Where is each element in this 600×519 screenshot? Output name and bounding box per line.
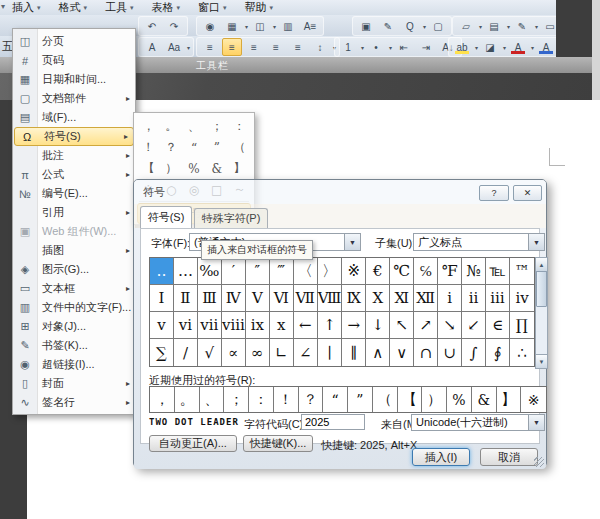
symbol-cell[interactable]: ⅶ bbox=[198, 312, 222, 339]
symbol-cell[interactable]: ← bbox=[294, 312, 318, 339]
chevron-down-icon[interactable]: ▾ bbox=[475, 44, 478, 51]
shortcut-key-button[interactable]: 快捷键(K)... bbox=[243, 435, 313, 452]
recent-symbol-cell[interactable]: ！ bbox=[137, 137, 160, 158]
recent-symbol-cell[interactable]: 、 bbox=[183, 116, 206, 137]
symbol-cell[interactable]: ↘ bbox=[438, 312, 462, 339]
symbol-cell[interactable]: Ⅷ bbox=[318, 285, 343, 312]
tab-symbols[interactable]: 符号(S) bbox=[140, 206, 192, 228]
help-button[interactable]: ? bbox=[479, 185, 509, 201]
recent-symbol-cell[interactable]: ） bbox=[422, 387, 447, 412]
chevron-down-icon[interactable]: ▾ bbox=[503, 44, 506, 51]
recent-symbol-cell[interactable]: ？ bbox=[160, 137, 183, 158]
redo-icon[interactable]: ↷ bbox=[164, 17, 184, 35]
recent-symbol-cell[interactable]: ？ bbox=[299, 387, 324, 412]
insert-menu-item-numbering[interactable]: №编号(E)... bbox=[13, 184, 135, 203]
symbol-cell[interactable]: ⅹ bbox=[270, 312, 294, 339]
insert-menu-item-hyperlink[interactable]: ◉超链接(I)... bbox=[13, 355, 135, 374]
recent-symbol-cell[interactable]: % bbox=[183, 158, 206, 179]
insert-menu-item-page-number[interactable]: #页码 bbox=[13, 51, 135, 70]
decrease-indent-icon[interactable]: ⇤ bbox=[394, 38, 414, 56]
insert-menu-item-cover-page[interactable]: ▯封面▸ bbox=[13, 374, 135, 393]
symbol-cell[interactable]: ∧ bbox=[366, 339, 390, 366]
picture-icon[interactable]: ▣ bbox=[356, 17, 376, 35]
insert-menu-item-symbol[interactable]: Ω符号(S)▸ bbox=[14, 127, 134, 146]
scroll-down-icon[interactable]: ▼ bbox=[536, 354, 547, 368]
autocorrect-button[interactable]: 自动更正(A)... bbox=[149, 435, 237, 452]
symbol-cell[interactable]: ∝ bbox=[222, 339, 246, 366]
symbol-cell[interactable]: ↖ bbox=[390, 312, 414, 339]
recent-symbol-cell[interactable]: ， bbox=[137, 116, 160, 137]
insert-menu-item-illustrations[interactable]: 插图▸ bbox=[13, 241, 135, 260]
highlight-icon[interactable]: ab bbox=[452, 38, 472, 56]
insert-menu-item-diagram[interactable]: ◈图示(G)... bbox=[13, 260, 135, 279]
symbol-cell[interactable]: ↓ bbox=[366, 312, 390, 339]
symbol-cell[interactable]: ∨ bbox=[390, 339, 414, 366]
recent-symbol-cell[interactable]: “ bbox=[323, 387, 348, 412]
symbol-cell[interactable]: ∣ bbox=[318, 339, 343, 366]
symbol-cell[interactable]: Ⅰ bbox=[150, 285, 174, 312]
scrollbar[interactable]: ▲ ▼ bbox=[535, 257, 548, 369]
symbol-cell[interactable]: ⅰ bbox=[438, 285, 462, 312]
chevron-down-icon[interactable]: ▾ bbox=[389, 44, 392, 51]
symbol-cell[interactable]: ↗ bbox=[414, 312, 438, 339]
menubar-item-tools[interactable]: 工具▾ bbox=[103, 0, 136, 15]
scroll-up-icon[interactable]: ▲ bbox=[536, 258, 547, 272]
symbol-cell[interactable]: ∕ bbox=[174, 339, 198, 366]
numbered-list-icon[interactable]: 1 bbox=[338, 38, 358, 56]
symbol-cell[interactable]: Ⅱ bbox=[174, 285, 198, 312]
cancel-button[interactable]: 取消 bbox=[480, 448, 538, 466]
recent-symbol-cell[interactable]: 【 bbox=[398, 387, 423, 412]
recent-symbol-cell[interactable]: ） bbox=[160, 158, 183, 179]
charcode-input[interactable] bbox=[301, 414, 365, 430]
menubar-item-insert[interactable]: 插入▾ bbox=[10, 0, 43, 15]
chevron-down-icon[interactable]: ▾ bbox=[535, 23, 538, 30]
insert-menu-item-bookmark[interactable]: ✎书签(K)... bbox=[13, 336, 135, 355]
chevron-down-icon[interactable]: ▾ bbox=[273, 23, 276, 30]
symbol-cell[interactable]: ∮ bbox=[486, 339, 510, 366]
font-icon[interactable]: A bbox=[142, 38, 162, 56]
drawing-icon[interactable]: ✎ bbox=[378, 17, 398, 35]
symbol-cell[interactable]: ↙ bbox=[462, 312, 486, 339]
dialog-titlebar[interactable]: 符号 ? ✕ bbox=[134, 180, 546, 204]
symbol-cell[interactable]: ‥ bbox=[150, 258, 174, 285]
recent-symbol-cell[interactable]: ， bbox=[150, 387, 175, 412]
chevron-down-icon[interactable]: ▾ bbox=[507, 23, 510, 30]
symbol-cell[interactable]: ″ bbox=[246, 258, 270, 285]
recent-symbol-cell[interactable]: （ bbox=[373, 387, 398, 412]
recent-symbol-cell[interactable]: 、 bbox=[200, 387, 225, 412]
recent-symbol-cell[interactable]: % bbox=[447, 387, 472, 412]
insert-menu-item-date-time[interactable]: ▦日期和时间... bbox=[13, 70, 135, 89]
styles-icon[interactable]: A≡ bbox=[300, 17, 320, 35]
bullet-list-icon[interactable]: • bbox=[366, 38, 386, 56]
insert-menu-item-signature-line[interactable]: ∿签名行▸ bbox=[13, 393, 135, 412]
symbol-cell[interactable]: ⅷ bbox=[222, 312, 246, 339]
chevron-down-icon[interactable]: ▾ bbox=[187, 44, 190, 51]
symbol-cell[interactable]: ∥ bbox=[342, 339, 366, 366]
symbol-cell[interactable]: 〉 bbox=[318, 258, 343, 285]
symbol-cell[interactable]: ⅵ bbox=[174, 312, 198, 339]
symbol-cell[interactable]: ∑ bbox=[150, 339, 174, 366]
shading-icon[interactable]: ◪ bbox=[480, 38, 500, 56]
scrollbar-thumb[interactable] bbox=[536, 271, 547, 307]
insert-menu-item-page-break[interactable]: ◫分页 bbox=[13, 32, 135, 51]
recent-symbol-cell[interactable]: ： bbox=[228, 116, 251, 137]
symbol-cell[interactable]: ′ bbox=[222, 258, 246, 285]
symbol-cell[interactable]: ⅴ bbox=[150, 312, 174, 339]
symbol-cell[interactable]: № bbox=[462, 258, 486, 285]
symbol-cell[interactable]: Ⅵ bbox=[270, 285, 294, 312]
symbol-cell[interactable]: ∈ bbox=[486, 312, 510, 339]
symbol-cell[interactable]: ℉ bbox=[438, 258, 462, 285]
symbol-cell[interactable]: ↑ bbox=[318, 312, 343, 339]
symbol-cell[interactable]: ∴ bbox=[510, 339, 534, 366]
align-right-icon[interactable]: ≡ bbox=[244, 38, 264, 56]
print-icon[interactable]: ▤ bbox=[484, 17, 504, 35]
symbol-cell[interactable]: Ⅸ bbox=[342, 285, 366, 312]
recent-symbol-cell[interactable]: 】 bbox=[228, 158, 251, 179]
chevron-down-icon[interactable]: ▼ bbox=[344, 234, 360, 250]
outline-color-icon[interactable]: A bbox=[536, 38, 556, 56]
recent-symbol-cell[interactable]: 】 bbox=[497, 387, 522, 412]
symbol-cell[interactable]: € bbox=[366, 258, 390, 285]
recent-symbol-cell[interactable]: （ bbox=[228, 137, 251, 158]
chevron-down-icon[interactable]: ▾ bbox=[423, 23, 426, 30]
recent-symbol-cell[interactable]: 。 bbox=[175, 387, 200, 412]
